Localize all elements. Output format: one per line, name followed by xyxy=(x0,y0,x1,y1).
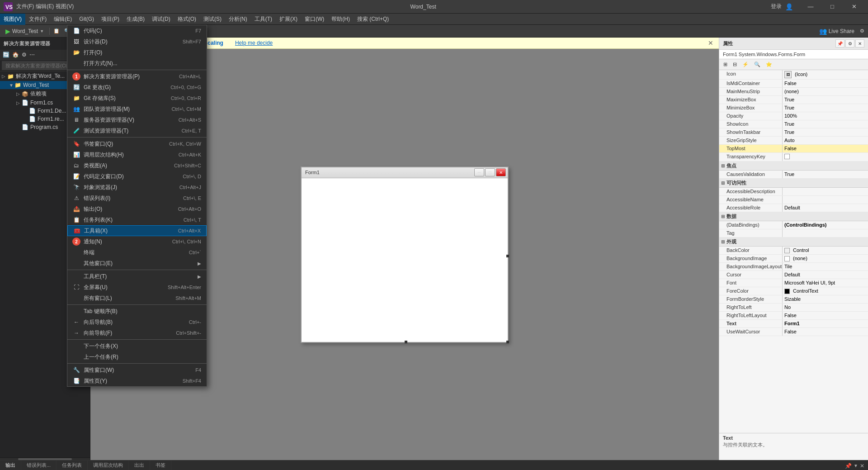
run-dropdown-icon[interactable]: ▼ xyxy=(40,29,44,33)
output-pin-btn[interactable]: 📌 xyxy=(845,463,852,469)
run-btn[interactable]: ▶ Word_Test ▼ xyxy=(2,27,47,36)
sidebar-home-btn[interactable]: 🏠 xyxy=(11,51,20,59)
props-close-btn[interactable]: ✕ xyxy=(855,39,864,47)
output-tab-main[interactable]: 输出 xyxy=(0,461,21,470)
menu-search[interactable]: 搜索 (Ctrl+Q) xyxy=(354,14,392,25)
close-btn[interactable]: ✕ xyxy=(844,0,864,14)
dd-item-tasklist[interactable]: 📋 任务列表(K) Ctrl+\, T xyxy=(67,214,207,225)
prop-row-showintaskbar[interactable]: ShowInTaskbar True xyxy=(719,128,868,137)
menu-test[interactable]: 测试(S) xyxy=(200,14,225,25)
output-tab-bookmarks[interactable]: 书签 xyxy=(150,461,171,470)
sidebar-sync-btn[interactable]: 🔄 xyxy=(2,51,10,59)
prop-row-usewaitcursor[interactable]: UseWaitCursor False xyxy=(719,328,868,336)
login-btn[interactable]: 登录 xyxy=(771,3,782,10)
props-alpha-btn[interactable]: ⊟ xyxy=(731,60,739,69)
prop-row-databindings[interactable]: (DataBindings) (ControlBindings) xyxy=(719,221,868,229)
props-search-btn[interactable]: 🔍 xyxy=(752,60,763,69)
toolbar-btn-1[interactable]: 📋 xyxy=(52,27,61,35)
dd-item-navforward[interactable]: → 向前导航(F) Ctrl+Shift+- xyxy=(67,328,207,338)
output-close-btn[interactable]: ✕ xyxy=(860,463,864,469)
menu-build[interactable]: 生成(B) xyxy=(123,14,148,25)
resize-handle-bm[interactable] xyxy=(405,341,407,343)
prop-row-rtl[interactable]: RightToLeft No xyxy=(719,304,868,312)
dd-item-propwindow[interactable]: 🔧 属性窗口(W) F4 xyxy=(67,365,207,375)
prop-row-bgimage[interactable]: BackgroundImage (none) xyxy=(719,255,868,263)
dd-item-open[interactable]: 📂 打开(O) xyxy=(67,47,207,58)
prop-row-forecolor[interactable]: ForeColor ControlText xyxy=(719,287,868,295)
dd-item-toolbox[interactable]: 🧰 工具箱(X) Ctrl+Alt+X xyxy=(67,225,207,236)
prop-row-backcolor[interactable]: BackColor Control xyxy=(719,247,868,255)
dd-item-toolbar[interactable]: 工具栏(T) ▶ xyxy=(67,271,207,282)
dd-item-nexttask[interactable]: 下一个任务(X) xyxy=(67,341,207,351)
prop-row-tag[interactable]: Tag xyxy=(719,229,868,237)
dd-item-navback[interactable]: ← 向后导航(B) Ctrl+- xyxy=(67,317,207,328)
dd-item-code[interactable]: 📄 代码(C) F7 xyxy=(67,25,207,36)
prop-row-sizegrip[interactable]: SizeGripStyle Auto xyxy=(719,137,868,145)
menu-file[interactable]: 文件(F) xyxy=(25,14,50,25)
menu-view[interactable]: 视图(V) xyxy=(0,14,25,25)
prop-row-font[interactable]: Font Microsoft YaHei UI, 9pt xyxy=(719,279,868,287)
menu-project[interactable]: 项目(P) xyxy=(98,14,123,25)
dd-item-teamexp[interactable]: 👥 团队资源管理器(M) Ctrl+\, Ctrl+M xyxy=(67,104,207,114)
dd-item-terminal[interactable]: 终端 Ctrl+` xyxy=(67,247,207,258)
menu-edit[interactable]: 编辑(E) xyxy=(50,14,75,25)
prop-row-cursor[interactable]: Cursor Default xyxy=(719,271,868,279)
prop-row-bgimagelayout[interactable]: BackgroundImageLayout Tile xyxy=(719,263,868,271)
dd-item-classview[interactable]: 🗂 类视图(A) Ctrl+Shift+C xyxy=(67,160,207,171)
output-tab-out2[interactable]: 出出 xyxy=(129,461,150,470)
prop-row-maxbox[interactable]: MaximizeBox True xyxy=(719,96,868,104)
form-body[interactable] xyxy=(302,178,508,342)
menu-git[interactable]: Git(G) xyxy=(75,14,98,25)
prop-group-focus[interactable]: ⊞ 焦点 xyxy=(719,161,868,171)
resize-handle-mr[interactable] xyxy=(506,255,509,257)
live-share-btn[interactable]: 👥 Live Share xyxy=(816,27,858,36)
menu-format[interactable]: 格式(O) xyxy=(174,14,200,25)
prop-row-transkey[interactable]: TransparencyKey xyxy=(719,153,868,161)
prop-row-causesval[interactable]: CausesValidation True xyxy=(719,171,868,179)
prop-row-accrole[interactable]: AccessibleRole Default xyxy=(719,204,868,212)
dd-item-gitchanges[interactable]: 🔄 Git 更改(G) Ctrl+0, Ctrl+G xyxy=(67,82,207,93)
dd-item-notifications[interactable]: 2 通知(N) Ctrl+\, Ctrl+N xyxy=(67,236,207,247)
menu-window[interactable]: 窗口(W) xyxy=(301,14,328,25)
prop-row-text[interactable]: Text Form1 xyxy=(719,320,868,328)
menu-help[interactable]: 帮助(H) xyxy=(328,14,354,25)
menu-debug[interactable]: 调试(D) xyxy=(148,14,174,25)
sidebar-scrollbar[interactable] xyxy=(0,457,90,460)
dd-item-allwindows[interactable]: 所有窗口(L) Shift+Alt+M xyxy=(67,293,207,304)
dd-item-designer[interactable]: 🖼 设计器(D) Shift+F7 xyxy=(67,36,207,47)
output-tab-errors[interactable]: 错误列表... xyxy=(21,461,57,470)
dd-item-testexp[interactable]: 🧪 测试资源管理器(T) Ctrl+E, T xyxy=(67,125,207,136)
prop-group-accessibility[interactable]: ⊞ 可访问性 xyxy=(719,179,868,188)
prop-row-accname[interactable]: AccessibleName xyxy=(719,196,868,204)
prop-group-data[interactable]: ⊞ 数据 xyxy=(719,212,868,221)
prop-row-accdesc[interactable]: AccessibleDescription xyxy=(719,188,868,196)
dd-item-taborder[interactable]: Tab 键顺序(B) xyxy=(67,306,207,317)
form-minimize-btn[interactable]: ─ xyxy=(474,168,484,176)
props-star-btn[interactable]: ⭐ xyxy=(764,60,774,69)
prop-group-appearance[interactable]: ⊞ 外观 xyxy=(719,237,868,247)
output-tab-tasks[interactable]: 任务列表 xyxy=(57,461,88,470)
form-maximize-btn[interactable]: □ xyxy=(485,168,495,176)
dd-item-outputwin[interactable]: 📤 输出(O) Ctrl+Alt+O xyxy=(67,204,207,214)
dd-item-fullscreen[interactable]: ⛶ 全屏幕(U) Shift+Alt+Enter xyxy=(67,282,207,293)
dd-item-prevtask[interactable]: 上一个任务(R) xyxy=(67,351,207,362)
dd-item-solutionexp[interactable]: 1 解决方案资源管理器(P) Ctrl+Alt+L xyxy=(67,71,207,82)
prop-row-rtllayout[interactable]: RightToLeftLayout False xyxy=(719,312,868,320)
menu-extensions[interactable]: 扩展(X) xyxy=(276,14,301,25)
props-category-btn[interactable]: ⊞ xyxy=(721,60,730,69)
prop-row-opacity[interactable]: Opacity 100% xyxy=(719,112,868,120)
properties-object-selector[interactable]: Form1 System.Windows.Forms.Form xyxy=(719,50,868,59)
prop-row-ismdi[interactable]: IsMdiContainer False xyxy=(719,80,868,88)
prop-row-minbox[interactable]: MinimizeBox True xyxy=(719,104,868,112)
dd-item-serverexp[interactable]: 🖥 服务器资源管理器(V) Ctrl+Alt+S xyxy=(67,114,207,125)
dd-item-objbrowser[interactable]: 🔭 对象浏览器(J) Ctrl+Alt+J xyxy=(67,182,207,193)
dd-item-gitrepo[interactable]: 📁 Git 存储库(S) Ctrl+0, Ctrl+R xyxy=(67,93,207,104)
prop-row-showicon[interactable]: ShowIcon True xyxy=(719,120,868,128)
dd-item-errorlist[interactable]: ⚠ 错误列表(I) Ctrl+\, E xyxy=(67,193,207,204)
prop-row-topmost[interactable]: TopMost False xyxy=(719,145,868,153)
output-tab-callhier[interactable]: 调用层次结构 xyxy=(88,461,129,470)
dd-item-codedef[interactable]: 📝 代码定义窗口(D) Ctrl+\, D xyxy=(67,171,207,182)
menu-analyze[interactable]: 分析(N) xyxy=(225,14,251,25)
dd-item-callhier[interactable]: 📊 调用层次结构(H) Ctrl+Alt+K xyxy=(67,149,207,160)
prop-row-mainmenu[interactable]: MainMenuStrip (none) xyxy=(719,88,868,96)
